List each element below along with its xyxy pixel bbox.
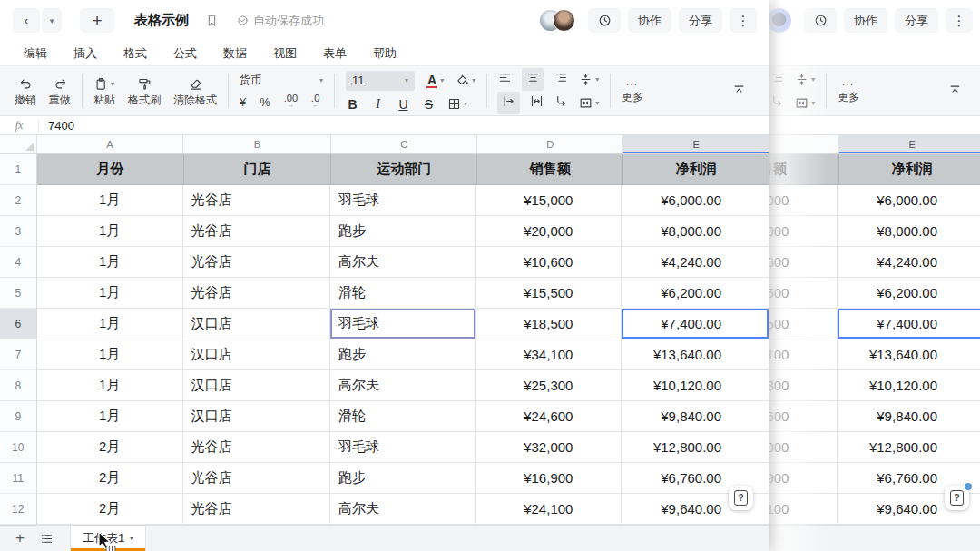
- select-all-corner[interactable]: [0, 135, 37, 153]
- cell-D8[interactable]: ¥25,300: [476, 370, 622, 401]
- collapse-toolbar-button[interactable]: [948, 83, 962, 100]
- cell-E7[interactable]: ¥13,640.00: [838, 339, 980, 370]
- cell-C1[interactable]: 运动部门: [331, 154, 477, 185]
- cell-E5[interactable]: ¥6,200.00: [838, 278, 980, 309]
- history-button[interactable]: [588, 8, 621, 33]
- cell-D3[interactable]: ¥20,000: [476, 216, 622, 247]
- cell-A1[interactable]: 月份: [37, 154, 184, 185]
- cell-B8[interactable]: 汉口店: [183, 370, 331, 401]
- cell-B3[interactable]: 光谷店: [183, 216, 331, 247]
- cell-D2[interactable]: ¥15,000: [476, 185, 622, 216]
- new-document-button[interactable]: +: [80, 8, 114, 33]
- cell-D1[interactable]: 销售额: [477, 154, 623, 185]
- row-number-3[interactable]: 3: [0, 216, 37, 247]
- cell-A4[interactable]: 1月: [37, 247, 183, 278]
- column-header-E[interactable]: E: [839, 135, 980, 153]
- number-format-dropdown[interactable]: 货币▾: [240, 73, 323, 88]
- help-button[interactable]: ?: [945, 486, 969, 510]
- align-center-button[interactable]: [522, 68, 544, 91]
- strikethrough-button[interactable]: S: [422, 97, 436, 112]
- column-header-B[interactable]: B: [183, 135, 331, 153]
- cell-A9[interactable]: 1月: [37, 401, 183, 432]
- cell-E2[interactable]: ¥6,000.00: [622, 185, 769, 216]
- row-number-7[interactable]: 7: [0, 339, 37, 370]
- row-number-5[interactable]: 5: [0, 278, 37, 309]
- underline-button[interactable]: U: [397, 97, 410, 112]
- row-number-1[interactable]: 1: [0, 154, 37, 185]
- avatar[interactable]: [767, 8, 791, 33]
- cell-C12[interactable]: 高尔夫: [330, 494, 476, 525]
- menu-insert[interactable]: 插入: [74, 45, 97, 62]
- add-sheet-button[interactable]: +: [12, 529, 28, 547]
- row-number-8[interactable]: 8: [0, 370, 37, 401]
- cell-C9[interactable]: 滑轮: [330, 401, 476, 432]
- cell-E2[interactable]: ¥6,000.00: [838, 185, 980, 216]
- text-rotate-button[interactable]: [770, 94, 784, 112]
- cell-C8[interactable]: 高尔夫: [330, 370, 476, 401]
- cell-E1[interactable]: 净利润: [623, 154, 769, 185]
- sheet-list-button[interactable]: [40, 532, 54, 546]
- menu-format[interactable]: 格式: [123, 45, 147, 62]
- sheet-tab-active[interactable]: 工作表1 ▾: [71, 526, 145, 551]
- more-menu-button[interactable]: ⋮: [730, 8, 757, 33]
- column-header-C[interactable]: C: [331, 135, 477, 153]
- redo-button[interactable]: 重做: [49, 77, 71, 105]
- collapse-toolbar-button[interactable]: [732, 83, 746, 100]
- cell-C4[interactable]: 高尔夫: [330, 247, 476, 278]
- bookmark-icon[interactable]: [205, 14, 219, 27]
- currency-format-button[interactable]: ¥: [240, 95, 246, 109]
- indent-button[interactable]: [530, 94, 544, 112]
- vertical-align-button[interactable]: ▾: [579, 73, 599, 86]
- font-color-button[interactable]: A▾: [426, 74, 444, 88]
- cell-C6[interactable]: 羽毛球: [330, 309, 476, 339]
- history-button[interactable]: [804, 8, 837, 33]
- cell-C10[interactable]: 羽毛球: [330, 432, 476, 463]
- cell-A8[interactable]: 1月: [37, 370, 183, 401]
- cell-E10[interactable]: ¥12,800.00: [838, 432, 980, 463]
- share-button[interactable]: 分享: [679, 8, 722, 33]
- menu-form[interactable]: 表单: [323, 45, 347, 62]
- row-number-12[interactable]: 12: [0, 494, 37, 525]
- cell-E8[interactable]: ¥10,120.00: [622, 370, 769, 401]
- more-tools-button[interactable]: ⋯ 更多: [838, 79, 859, 103]
- cell-C2[interactable]: 羽毛球: [330, 185, 476, 216]
- text-rotate-button[interactable]: [554, 94, 568, 112]
- decrease-decimal-button[interactable]: .0←: [311, 94, 319, 109]
- cell-D6[interactable]: ¥18,500: [476, 309, 622, 339]
- cell-E4[interactable]: ¥4,240.00: [838, 247, 980, 278]
- cell-A6[interactable]: 1月: [37, 309, 183, 339]
- cell-E1[interactable]: 净利润: [839, 154, 980, 185]
- collaborator-avatars[interactable]: [767, 8, 791, 33]
- borders-button[interactable]: ▾: [447, 97, 467, 111]
- row-number-9[interactable]: 9: [0, 401, 37, 432]
- avatar[interactable]: [553, 9, 575, 32]
- cell-A5[interactable]: 1月: [37, 278, 183, 309]
- back-button[interactable]: ‹: [13, 8, 40, 33]
- menu-data[interactable]: 数据: [223, 45, 247, 62]
- vertical-align-button[interactable]: ▾: [795, 73, 815, 86]
- align-right-button[interactable]: [554, 71, 568, 88]
- cell-B2[interactable]: 光谷店: [183, 185, 331, 216]
- cell-A7[interactable]: 1月: [37, 339, 183, 370]
- collaborate-button[interactable]: 协作: [844, 8, 887, 33]
- cell-C5[interactable]: 滑轮: [330, 278, 476, 309]
- cell-B11[interactable]: 光谷店: [183, 463, 331, 494]
- cell-E6[interactable]: ¥7,400.00: [838, 309, 980, 339]
- cell-E8[interactable]: ¥10,120.00: [838, 370, 980, 401]
- cell-B7[interactable]: 汉口店: [183, 339, 331, 370]
- merge-cells-button[interactable]: ▾: [795, 96, 815, 110]
- cell-E9[interactable]: ¥9,840.00: [838, 401, 980, 432]
- collaborate-button[interactable]: 协作: [628, 8, 671, 33]
- paste-button[interactable]: ▾ 粘贴: [93, 77, 115, 105]
- cell-D7[interactable]: ¥34,100: [476, 339, 622, 370]
- align-right-button[interactable]: [770, 71, 784, 88]
- cell-C3[interactable]: 跑步: [330, 216, 476, 247]
- menu-edit[interactable]: 编辑: [24, 45, 47, 62]
- cell-B10[interactable]: 光谷店: [183, 432, 331, 463]
- row-number-6[interactable]: 6: [0, 309, 37, 339]
- font-size-dropdown[interactable]: 11▾: [346, 71, 415, 91]
- italic-button[interactable]: I: [371, 97, 385, 112]
- text-direction-button[interactable]: [497, 92, 520, 114]
- more-menu-button[interactable]: ⋮: [946, 8, 973, 33]
- increase-decimal-button[interactable]: .00→: [284, 94, 298, 109]
